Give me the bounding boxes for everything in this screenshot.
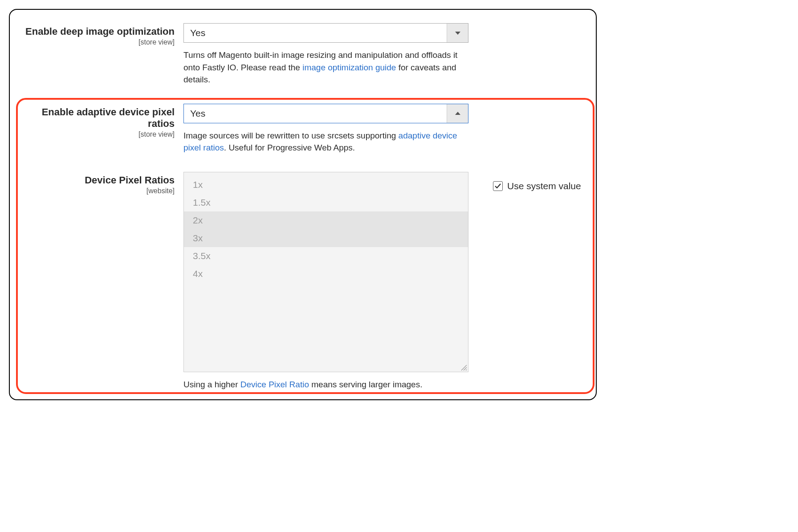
field-label-device-pixel-ratios: Device Pixel Ratios xyxy=(23,175,175,186)
field-label-deep-image-opt: Enable deep image optimization xyxy=(23,26,175,37)
field-label-col: Device Pixel Ratios [website] xyxy=(23,172,183,195)
checkbox-use-system-value[interactable]: Use system value xyxy=(493,181,581,191)
help-text-pre: Using a higher xyxy=(183,380,240,389)
multiselect-option[interactable]: 3x xyxy=(184,229,468,247)
field-label-col: Enable adaptive device pixel ratios [sto… xyxy=(23,104,183,139)
help-text-post: means serving larger images. xyxy=(309,380,423,389)
checkbox-label: Use system value xyxy=(507,181,581,191)
help-link-device-pixel-ratio[interactable]: Device Pixel Ratio xyxy=(240,380,309,389)
multiselect-option[interactable]: 1x xyxy=(184,176,468,194)
checkbox-box[interactable] xyxy=(493,181,503,191)
multiselect-device-pixel-ratios[interactable]: 1x1.5x2x3x3.5x4x xyxy=(183,172,468,372)
field-scope: [website] xyxy=(23,187,175,195)
select-adaptive-dpr[interactable]: Yes xyxy=(183,104,468,123)
field-extra-col: Use system value xyxy=(468,172,581,191)
multiselect-option[interactable]: 2x xyxy=(184,211,468,229)
field-label-adaptive-dpr: Enable adaptive device pixel ratios xyxy=(23,106,175,130)
help-link-image-opt-guide[interactable]: image optimization guide xyxy=(302,63,396,72)
help-text-pre: Image sources will be rewritten to use s… xyxy=(183,131,399,140)
field-row-deep-image-opt: Enable deep image optimization [store vi… xyxy=(10,23,596,86)
field-label-col: Enable deep image optimization [store vi… xyxy=(23,23,183,46)
field-help-adaptive-dpr: Image sources will be rewritten to use s… xyxy=(183,130,468,154)
multiselect-option[interactable]: 4x xyxy=(184,265,468,283)
select-value: Yes xyxy=(184,108,447,119)
check-icon xyxy=(494,183,501,190)
chevron-down-icon xyxy=(455,32,460,35)
field-scope: [store view] xyxy=(23,38,175,46)
multiselect-option[interactable]: 3.5x xyxy=(184,247,468,265)
help-text-post: . Useful for Progressive Web Apps. xyxy=(224,143,355,152)
field-control-col: 1x1.5x2x3x3.5x4x Using a higher Device P… xyxy=(183,172,468,391)
field-row-device-pixel-ratios: Device Pixel Ratios [website] 1x1.5x2x3x… xyxy=(10,172,596,391)
chevron-up-icon xyxy=(455,112,460,115)
multiselect-option[interactable]: 1.5x xyxy=(184,194,468,211)
field-control-col: Yes Image sources will be rewritten to u… xyxy=(183,104,468,154)
field-control-col: Yes Turns off Magento built-in image res… xyxy=(183,23,468,86)
resize-handle-icon[interactable] xyxy=(461,365,467,371)
field-help-device-pixel-ratios: Using a higher Device Pixel Ratio means … xyxy=(183,378,468,391)
field-help-deep-image-opt: Turns off Magento built-in image resizin… xyxy=(183,49,468,86)
field-scope: [store view] xyxy=(23,130,175,138)
select-arrow-button[interactable] xyxy=(447,104,468,123)
select-value: Yes xyxy=(184,28,447,38)
select-arrow-button[interactable] xyxy=(447,24,468,42)
config-panel: Enable deep image optimization [store vi… xyxy=(9,9,597,400)
field-row-adaptive-dpr: Enable adaptive device pixel ratios [sto… xyxy=(10,104,596,154)
select-deep-image-opt[interactable]: Yes xyxy=(183,23,468,43)
